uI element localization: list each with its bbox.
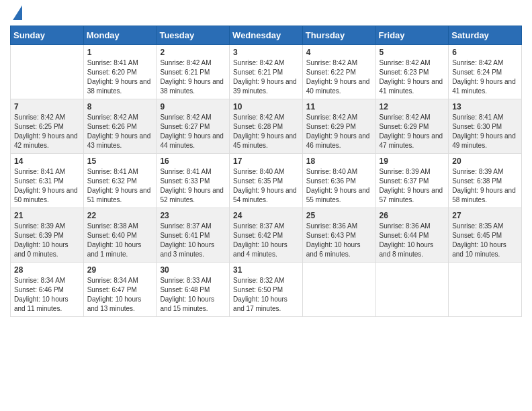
day-number: 25 (306, 211, 372, 220)
logo-triangle-icon (13, 5, 22, 20)
day-number: 16 (160, 156, 226, 166)
calendar-week-4: 21Sunrise: 8:39 AMSunset: 6:39 PMDayligh… (11, 208, 522, 263)
calendar-body: 1Sunrise: 8:41 AMSunset: 6:20 PMDaylight… (11, 45, 522, 317)
day-number: 17 (233, 156, 299, 166)
day-info: Sunrise: 8:38 AMSunset: 6:40 PMDaylight:… (87, 222, 153, 259)
day-info: Sunrise: 8:42 AMSunset: 6:21 PMDaylight:… (160, 58, 226, 96)
day-number: 2 (160, 48, 226, 57)
calendar-cell: 8Sunrise: 8:42 AMSunset: 6:26 PMDaylight… (83, 99, 157, 154)
calendar-cell: 11Sunrise: 8:42 AMSunset: 6:29 PMDayligh… (302, 99, 375, 154)
day-info: Sunrise: 8:32 AMSunset: 6:50 PMDaylight:… (233, 276, 299, 314)
calendar-cell: 3Sunrise: 8:42 AMSunset: 6:21 PMDaylight… (230, 45, 303, 99)
day-number: 21 (14, 211, 80, 220)
calendar-cell: 4Sunrise: 8:42 AMSunset: 6:22 PMDaylight… (302, 45, 375, 99)
calendar-cell: 5Sunrise: 8:42 AMSunset: 6:23 PMDaylight… (375, 45, 449, 99)
day-info: Sunrise: 8:37 AMSunset: 6:42 PMDaylight:… (233, 222, 299, 259)
calendar-cell (375, 263, 449, 317)
day-info: Sunrise: 8:42 AMSunset: 6:22 PMDaylight:… (306, 58, 372, 96)
calendar-header: SundayMondayTuesdayWednesdayThursdayFrid… (11, 26, 522, 45)
calendar-cell: 6Sunrise: 8:42 AMSunset: 6:24 PMDaylight… (449, 45, 522, 99)
day-number: 24 (233, 211, 299, 220)
calendar-cell: 26Sunrise: 8:36 AMSunset: 6:44 PMDayligh… (375, 208, 449, 263)
day-number: 29 (87, 265, 153, 275)
calendar-cell: 10Sunrise: 8:42 AMSunset: 6:28 PMDayligh… (230, 99, 303, 154)
day-number: 23 (160, 211, 226, 220)
calendar-cell: 19Sunrise: 8:39 AMSunset: 6:37 PMDayligh… (375, 154, 449, 208)
day-number: 26 (380, 211, 445, 220)
calendar-week-1: 1Sunrise: 8:41 AMSunset: 6:20 PMDaylight… (11, 45, 522, 99)
day-number: 30 (160, 265, 226, 275)
calendar-cell: 23Sunrise: 8:37 AMSunset: 6:41 PMDayligh… (157, 208, 230, 263)
calendar-cell (302, 263, 375, 317)
weekday-header-friday: Friday (375, 26, 449, 45)
day-info: Sunrise: 8:42 AMSunset: 6:29 PMDaylight:… (306, 113, 372, 150)
day-number: 28 (14, 265, 80, 275)
day-number: 20 (452, 156, 518, 166)
day-info: Sunrise: 8:36 AMSunset: 6:44 PMDaylight:… (380, 222, 445, 259)
day-info: Sunrise: 8:42 AMSunset: 6:24 PMDaylight:… (452, 58, 518, 96)
day-info: Sunrise: 8:42 AMSunset: 6:27 PMDaylight:… (160, 113, 226, 150)
calendar-cell: 18Sunrise: 8:40 AMSunset: 6:36 PMDayligh… (302, 154, 375, 208)
day-info: Sunrise: 8:33 AMSunset: 6:48 PMDaylight:… (160, 276, 226, 314)
day-number: 7 (14, 102, 80, 111)
day-info: Sunrise: 8:34 AMSunset: 6:47 PMDaylight:… (87, 276, 153, 314)
calendar-cell: 2Sunrise: 8:42 AMSunset: 6:21 PMDaylight… (157, 45, 230, 99)
calendar-cell: 24Sunrise: 8:37 AMSunset: 6:42 PMDayligh… (230, 208, 303, 263)
header (10, 7, 522, 20)
calendar-cell: 1Sunrise: 8:41 AMSunset: 6:20 PMDaylight… (83, 45, 157, 99)
day-info: Sunrise: 8:42 AMSunset: 6:29 PMDaylight:… (380, 113, 445, 150)
day-info: Sunrise: 8:39 AMSunset: 6:37 PMDaylight:… (380, 167, 445, 205)
weekday-header-row: SundayMondayTuesdayWednesdayThursdayFrid… (11, 26, 522, 45)
day-number: 14 (14, 156, 80, 166)
calendar-cell: 12Sunrise: 8:42 AMSunset: 6:29 PMDayligh… (375, 99, 449, 154)
calendar-cell: 25Sunrise: 8:36 AMSunset: 6:43 PMDayligh… (302, 208, 375, 263)
day-info: Sunrise: 8:41 AMSunset: 6:20 PMDaylight:… (87, 58, 153, 96)
day-info: Sunrise: 8:42 AMSunset: 6:21 PMDaylight:… (233, 58, 299, 96)
calendar-table: SundayMondayTuesdayWednesdayThursdayFrid… (10, 26, 522, 317)
day-info: Sunrise: 8:40 AMSunset: 6:36 PMDaylight:… (306, 167, 372, 205)
calendar-cell: 7Sunrise: 8:42 AMSunset: 6:25 PMDaylight… (11, 99, 84, 154)
day-number: 12 (380, 102, 445, 111)
weekday-header-thursday: Thursday (302, 26, 375, 45)
day-number: 18 (306, 156, 372, 166)
day-info: Sunrise: 8:39 AMSunset: 6:39 PMDaylight:… (14, 222, 80, 259)
day-number: 4 (306, 48, 372, 57)
calendar-cell: 16Sunrise: 8:41 AMSunset: 6:33 PMDayligh… (157, 154, 230, 208)
day-info: Sunrise: 8:41 AMSunset: 6:31 PMDaylight:… (14, 167, 80, 205)
calendar-cell: 13Sunrise: 8:41 AMSunset: 6:30 PMDayligh… (449, 99, 522, 154)
calendar-cell: 29Sunrise: 8:34 AMSunset: 6:47 PMDayligh… (83, 263, 157, 317)
calendar-cell: 17Sunrise: 8:40 AMSunset: 6:35 PMDayligh… (230, 154, 303, 208)
day-number: 9 (160, 102, 226, 111)
day-info: Sunrise: 8:41 AMSunset: 6:30 PMDaylight:… (452, 113, 518, 150)
day-info: Sunrise: 8:42 AMSunset: 6:23 PMDaylight:… (380, 58, 445, 96)
day-number: 27 (452, 211, 518, 220)
day-number: 22 (87, 211, 153, 220)
day-info: Sunrise: 8:34 AMSunset: 6:46 PMDaylight:… (14, 276, 80, 314)
calendar-cell: 9Sunrise: 8:42 AMSunset: 6:27 PMDaylight… (157, 99, 230, 154)
day-number: 13 (452, 102, 518, 111)
weekday-header-monday: Monday (83, 26, 157, 45)
logo (10, 7, 22, 20)
calendar-cell: 27Sunrise: 8:35 AMSunset: 6:45 PMDayligh… (449, 208, 522, 263)
day-info: Sunrise: 8:41 AMSunset: 6:33 PMDaylight:… (160, 167, 226, 205)
calendar-cell: 14Sunrise: 8:41 AMSunset: 6:31 PMDayligh… (11, 154, 84, 208)
day-number: 5 (380, 48, 445, 57)
day-info: Sunrise: 8:35 AMSunset: 6:45 PMDaylight:… (452, 222, 518, 259)
day-info: Sunrise: 8:39 AMSunset: 6:38 PMDaylight:… (452, 167, 518, 205)
calendar-week-5: 28Sunrise: 8:34 AMSunset: 6:46 PMDayligh… (11, 263, 522, 317)
calendar-cell: 20Sunrise: 8:39 AMSunset: 6:38 PMDayligh… (449, 154, 522, 208)
day-number: 31 (233, 265, 299, 275)
day-info: Sunrise: 8:36 AMSunset: 6:43 PMDaylight:… (306, 222, 372, 259)
day-info: Sunrise: 8:42 AMSunset: 6:25 PMDaylight:… (14, 113, 80, 150)
calendar-cell: 28Sunrise: 8:34 AMSunset: 6:46 PMDayligh… (11, 263, 84, 317)
weekday-header-wednesday: Wednesday (230, 26, 303, 45)
page-container: SundayMondayTuesdayWednesdayThursdayFrid… (0, 0, 532, 324)
day-info: Sunrise: 8:41 AMSunset: 6:32 PMDaylight:… (87, 167, 153, 205)
calendar-cell: 30Sunrise: 8:33 AMSunset: 6:48 PMDayligh… (157, 263, 230, 317)
day-number: 3 (233, 48, 299, 57)
day-number: 19 (380, 156, 445, 166)
day-number: 1 (87, 48, 153, 57)
day-info: Sunrise: 8:42 AMSunset: 6:26 PMDaylight:… (87, 113, 153, 150)
day-info: Sunrise: 8:42 AMSunset: 6:28 PMDaylight:… (233, 113, 299, 150)
weekday-header-saturday: Saturday (449, 26, 522, 45)
